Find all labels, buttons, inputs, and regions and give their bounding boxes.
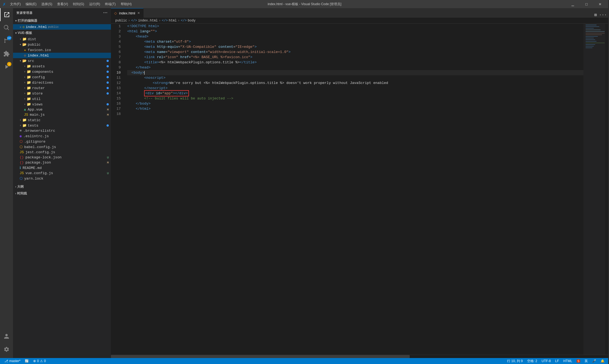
menu-terminal[interactable]: 终端(T)	[103, 1, 118, 7]
folder-router[interactable]: 📁 router	[13, 85, 111, 91]
folder-config[interactable]: 📁 config	[13, 74, 111, 80]
activity-account[interactable]	[0, 330, 13, 343]
horizontal-scrollbar[interactable]	[111, 355, 609, 358]
file-yarn-lock[interactable]: ⬡ yarn.lock	[13, 176, 111, 181]
file-jest-config[interactable]: JS jest.config.js	[13, 150, 111, 155]
activity-search[interactable]	[0, 21, 13, 34]
activity-source-control[interactable]: 247	[0, 34, 13, 47]
folder-components[interactable]: 📁 components	[13, 69, 111, 74]
folder-config-chevron	[24, 76, 26, 79]
menu-edit[interactable]: 编辑(E)	[23, 1, 39, 7]
close-tab-icon[interactable]: ✕	[20, 25, 21, 29]
encoding-status[interactable]: UTF-8	[539, 358, 553, 364]
cursor-position-status[interactable]: 行 10, 列 9	[505, 358, 525, 364]
svg-rect-8	[586, 30, 601, 30]
activity-settings[interactable]	[0, 343, 13, 356]
file-app-vue[interactable]: ▲ App.vue M	[13, 107, 111, 112]
file-main-js[interactable]: JS main.js M	[13, 112, 111, 117]
close-button[interactable]: ✕	[594, 0, 606, 8]
notification-status[interactable]: 🔔	[598, 358, 607, 364]
maximize-button[interactable]: ☐	[580, 0, 593, 8]
split-editor-icon[interactable]: ⊞	[594, 12, 597, 18]
app-icon: ✗	[3, 1, 6, 7]
minimize-button[interactable]: ⎯	[567, 0, 579, 8]
folder-store[interactable]: 📁 store	[13, 91, 111, 96]
folder-dist[interactable]: 📁 dist	[13, 36, 111, 42]
ime-status[interactable]: 英	[582, 358, 590, 364]
svg-rect-11	[586, 34, 602, 35]
code-line-18	[127, 111, 583, 117]
folder-directives[interactable]: 📁 directives	[13, 80, 111, 85]
folder-tests-icon: 📁	[22, 123, 27, 128]
package-json-badge: M	[107, 161, 109, 164]
file-babel-config[interactable]: ⬡ babel.config.js	[13, 144, 111, 150]
folder-views[interactable]: 📁 views	[13, 102, 111, 107]
tab-html-icon: ◇	[114, 11, 117, 15]
sogou-status[interactable]: S	[574, 358, 582, 364]
folder-public[interactable]: 📂 public	[13, 42, 111, 47]
outline-chevron	[15, 185, 16, 188]
breadcrumb-public[interactable]: public	[115, 19, 127, 23]
ln-11: 11	[111, 75, 121, 80]
menu-file[interactable]: 文件(F)	[8, 1, 23, 7]
file-index-html[interactable]: ◇ index.html	[13, 53, 111, 58]
folder-directives-chevron	[24, 81, 26, 84]
errors-status[interactable]: ⊗ 0 ⚠ 0	[31, 358, 48, 364]
vue-config-badge: U	[107, 172, 109, 175]
folder-assets[interactable]: 📁 assets	[13, 64, 111, 69]
file-readme[interactable]: ℹ README.md	[13, 165, 111, 171]
language-status[interactable]: HTML	[561, 358, 574, 364]
file-eslintrc[interactable]: ◉ .eslintrc.js	[13, 133, 111, 139]
file-browserslistrc[interactable]: ≡ .browserslistrc	[13, 128, 111, 133]
open-editor-index-html[interactable]: ✕ ◇ index.html public	[13, 24, 111, 30]
menu-run[interactable]: 运行(R)	[87, 1, 102, 7]
outline-section[interactable]: 大纲	[13, 183, 111, 190]
timeline-label: 时间线	[17, 191, 27, 196]
menu-goto[interactable]: 转到(G)	[71, 1, 86, 7]
file-package-json[interactable]: {} package.json M	[13, 160, 111, 165]
mic-icon: 🎤	[592, 359, 596, 363]
file-package-lock[interactable]: {} package-lock.json U	[13, 155, 111, 160]
sidebar-title: 资源管理器	[16, 11, 33, 15]
code-area[interactable]: <!DOCTYPE html> <html lang=""> <head> <m…	[125, 24, 583, 355]
tab-close-icon[interactable]: ✕	[137, 11, 140, 15]
code-line-1: <!DOCTYPE html>	[127, 24, 583, 29]
sidebar-content: 打开的编辑器 ✕ ◇ index.html public VUE-模板 📁 di…	[13, 17, 111, 358]
sync-status[interactable]: 🔄	[23, 358, 31, 364]
file-favicon[interactable]: ★ favicon.ico	[13, 47, 111, 53]
breadcrumb-body[interactable]: body	[188, 19, 195, 23]
folder-tests[interactable]: 📁 tests	[13, 123, 111, 128]
sidebar-more-icon[interactable]: ···	[103, 10, 108, 15]
folder-static[interactable]: 📁 static	[13, 117, 111, 123]
activity-explorer[interactable]	[0, 8, 13, 21]
activity-bar: 247 1	[0, 8, 13, 358]
more-actions-icon[interactable]: ···	[599, 12, 607, 17]
breadcrumb-html[interactable]: html	[169, 19, 177, 23]
activity-extensions[interactable]	[0, 47, 13, 60]
tab-index-html[interactable]: ◇ index.html ✕	[111, 8, 144, 18]
menu-view[interactable]: 查看(V)	[55, 1, 70, 7]
vue-config-icon: JS	[20, 171, 24, 175]
mic-status[interactable]: 🎤	[590, 358, 598, 364]
git-branch-status[interactable]: ⎇ master*	[2, 358, 23, 364]
folder-dist-chevron	[20, 38, 21, 41]
folder-src-chevron	[20, 59, 21, 62]
editor-scrollbar[interactable]	[605, 24, 609, 355]
folder-util[interactable]: 📁 util	[13, 96, 111, 102]
breadcrumb-indexhtml[interactable]: index.html	[138, 19, 158, 23]
menu-select[interactable]: 选择(S)	[39, 1, 54, 7]
timeline-section[interactable]: 时间线	[13, 190, 111, 197]
indent-status[interactable]: 空格: 2	[525, 358, 539, 364]
line-ending-status[interactable]: LF	[553, 358, 561, 364]
folder-src[interactable]: 📂 src	[13, 58, 111, 64]
folder-public-label: public	[28, 43, 41, 47]
folder-store-icon: 📁	[27, 91, 31, 96]
status-right: 行 10, 列 9 空格: 2 UTF-8 LF HTML S 英 🎤 🔔	[505, 358, 607, 364]
vue-template-section[interactable]: VUE-模板	[13, 30, 111, 36]
file-gitignore[interactable]: ⬡ .gitignore	[13, 139, 111, 144]
open-editors-section[interactable]: 打开的编辑器	[13, 17, 111, 24]
activity-run[interactable]: 1	[0, 60, 13, 73]
file-vue-config[interactable]: JS vue.config.js U	[13, 171, 111, 176]
menu-help[interactable]: 帮助(H)	[119, 1, 134, 7]
title-bar-right: ⎯ ☐ ✕	[567, 0, 606, 8]
